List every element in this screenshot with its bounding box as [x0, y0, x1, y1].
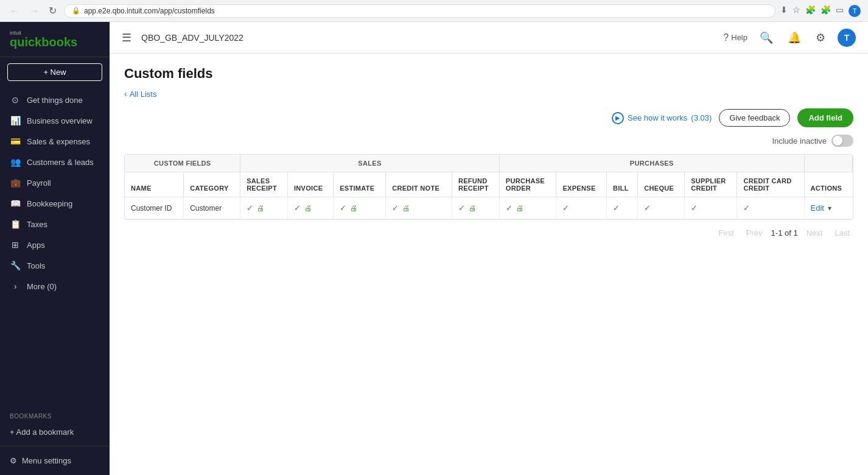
- custom-fields-table: CUSTOM FIELDS SALES PURCHASES NAME CATEG…: [124, 154, 853, 220]
- last-page-button[interactable]: Last: [831, 227, 853, 239]
- sidebar-item-get-things-done[interactable]: ⊙ Get things done: [0, 90, 110, 110]
- see-how-link[interactable]: ▶ See how it works (3.03): [612, 112, 712, 124]
- print-icon: 🖨: [257, 204, 264, 213]
- sidebar-item-label: Apps: [27, 241, 45, 250]
- edit-button[interactable]: Edit: [811, 203, 824, 213]
- ext-icon2[interactable]: 🧩: [821, 5, 831, 17]
- check-icon: ✓: [294, 203, 301, 213]
- cell-sales-receipt: ✓ 🖨: [240, 197, 288, 219]
- sidebar-item-label: More (0): [27, 282, 57, 291]
- print-icon: 🖨: [350, 204, 357, 213]
- cell-invoice: ✓ 🖨: [287, 197, 333, 219]
- tablet-icon[interactable]: ▭: [836, 5, 844, 17]
- include-inactive-label: Include inactive: [772, 136, 827, 146]
- breadcrumb-label: All Lists: [130, 90, 157, 99]
- custom-fields-group-header: CUSTOM FIELDS: [125, 155, 240, 172]
- notification-button[interactable]: 🔔: [785, 29, 803, 47]
- sidebar-item-customers-leads[interactable]: 👥 Customers & leads: [0, 152, 110, 172]
- browser-chrome: ← → ↻ 🔒 app.e2e.qbo.intuit.com/app/custo…: [0, 0, 868, 22]
- sales-group-header: SALES: [240, 155, 500, 172]
- print-icon: 🖨: [304, 204, 312, 213]
- sidebar-logo: intuit quickbooks: [0, 22, 110, 57]
- menu-settings-label: Menu settings: [22, 456, 71, 465]
- check-icon: ✓: [691, 203, 698, 213]
- sidebar-item-sales-expenses[interactable]: 💳 Sales & expenses: [0, 131, 110, 152]
- apps-icon: ⊞: [10, 240, 21, 250]
- check-icon: ✓: [743, 203, 750, 213]
- col-purchase-order: PURCHASEORDER: [499, 172, 556, 197]
- cell-estimate: ✓ 🖨: [334, 197, 386, 219]
- back-btn[interactable]: ←: [7, 4, 22, 18]
- settings-icon: ⚙: [10, 456, 17, 465]
- search-button[interactable]: 🔍: [757, 29, 775, 47]
- action-row: ▶ See how it works (3.03) Give feedback …: [124, 108, 853, 127]
- col-refund-receipt: REFUNDRECEIPT: [452, 172, 499, 197]
- check-icon: ✓: [644, 203, 651, 213]
- forward-btn[interactable]: →: [27, 4, 41, 18]
- col-name: NAME: [125, 172, 184, 197]
- help-link[interactable]: ? Help: [723, 32, 747, 43]
- all-lists-link[interactable]: ‹ All Lists: [124, 89, 156, 99]
- company-name: QBO_GB_ADV_JULY2022: [141, 33, 723, 43]
- sidebar-item-bookkeeping[interactable]: 📖 Bookkeeping: [0, 193, 110, 214]
- sidebar-item-tools[interactable]: 🔧 Tools: [0, 255, 110, 276]
- chart-icon: 📊: [10, 116, 21, 125]
- settings-button[interactable]: ⚙: [813, 29, 828, 47]
- check-icon: ✓: [392, 203, 399, 213]
- print-icon: 🖨: [402, 204, 410, 213]
- help-icon: ?: [723, 32, 729, 43]
- sidebar-item-label: Customers & leads: [27, 158, 94, 167]
- add-bookmark[interactable]: + Add a bookmark: [0, 422, 110, 442]
- reload-btn[interactable]: ↻: [46, 4, 59, 18]
- sidebar-bottom: ⚙ Menu settings: [0, 446, 110, 475]
- include-inactive-toggle[interactable]: [831, 135, 853, 147]
- check-icon: ✓: [562, 203, 569, 213]
- next-page-button[interactable]: Next: [803, 227, 827, 239]
- col-invoice: INVOICE: [287, 172, 333, 197]
- cell-actions: Edit ▾: [804, 197, 852, 219]
- profile-avatar[interactable]: T: [849, 5, 861, 17]
- col-category: CATEGORY: [184, 172, 240, 197]
- page-title: Custom fields: [124, 66, 853, 82]
- download-icon[interactable]: ⬇: [780, 5, 788, 17]
- col-credit-card-credit: CREDIT CARDCREDIT: [737, 172, 804, 197]
- check-icon: ✓: [506, 203, 513, 213]
- table-row: Customer ID Customer ✓ 🖨 ✓: [125, 197, 853, 219]
- sidebar-item-apps[interactable]: ⊞ Apps: [0, 234, 110, 255]
- give-feedback-button[interactable]: Give feedback: [719, 109, 790, 127]
- sidebar-item-business-overview[interactable]: 📊 Business overview: [0, 110, 110, 131]
- menu-settings[interactable]: ⚙ Menu settings: [10, 452, 100, 469]
- prev-page-button[interactable]: Prev: [743, 227, 766, 239]
- sidebar-item-taxes[interactable]: 📋 Taxes: [0, 214, 110, 234]
- add-field-button[interactable]: Add field: [797, 108, 853, 127]
- col-bill: BILL: [607, 172, 638, 197]
- include-inactive-row: Include inactive: [124, 135, 853, 147]
- purchases-group-header: PURCHASES: [499, 155, 804, 172]
- new-button[interactable]: + New: [7, 63, 102, 81]
- tools-icon: 🔧: [10, 261, 21, 270]
- actions-dropdown-icon[interactable]: ▾: [828, 204, 831, 213]
- cell-bill: ✓: [607, 197, 638, 219]
- first-page-button[interactable]: First: [715, 227, 738, 239]
- pagination-info: 1-1 of 1: [771, 228, 798, 237]
- star-icon[interactable]: ☆: [793, 5, 800, 17]
- quickbooks-label: quickbooks: [10, 36, 77, 48]
- user-avatar[interactable]: T: [838, 29, 856, 47]
- add-bookmark-label: + Add a bookmark: [10, 427, 74, 437]
- sidebar-item-payroll[interactable]: 💼 Payroll: [0, 172, 110, 193]
- col-credit-note: CREDIT NOTE: [386, 172, 452, 197]
- lock-icon: 🔒: [72, 7, 80, 15]
- avatar-letter: T: [844, 33, 850, 43]
- pagination-row: First Prev 1-1 of 1 Next Last: [124, 220, 853, 246]
- toggle-knob: [833, 136, 842, 146]
- see-how-version: (3.03): [691, 113, 712, 122]
- url-bar[interactable]: 🔒 app.e2e.qbo.intuit.com/app/customfield…: [64, 4, 775, 18]
- print-icon: 🖨: [469, 204, 476, 213]
- actions-group-header: [804, 155, 852, 172]
- check-icon: ✓: [458, 203, 465, 213]
- hamburger-icon[interactable]: ☰: [122, 31, 131, 44]
- col-supplier-credit: SUPPLIERCREDIT: [685, 172, 737, 197]
- sidebar: intuit quickbooks + New ⊙ Get things don…: [0, 22, 110, 475]
- ext-icon1[interactable]: 🧩: [805, 5, 816, 17]
- sidebar-item-more[interactable]: › More (0): [0, 276, 110, 297]
